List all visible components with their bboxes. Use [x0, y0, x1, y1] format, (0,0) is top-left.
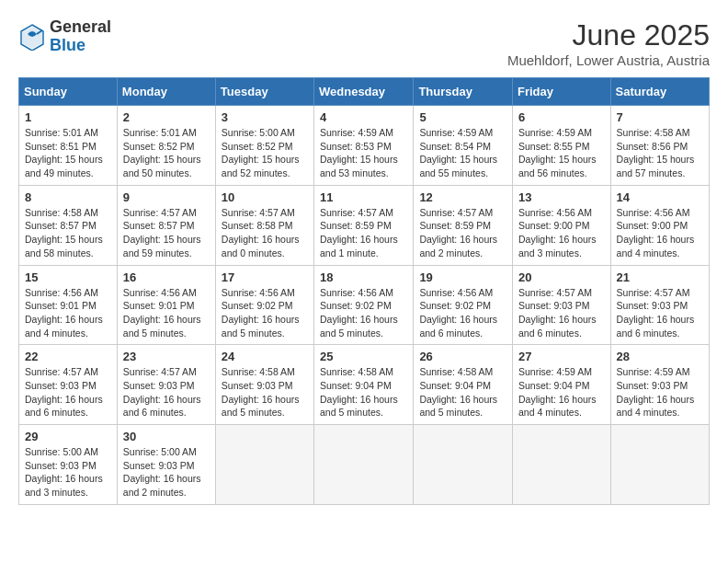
calendar-cell: 1Sunrise: 5:01 AM Sunset: 8:51 PM Daylig… [19, 106, 118, 186]
day-number: 5 [419, 110, 506, 124]
day-number: 2 [123, 110, 210, 124]
weekday-header-friday: Friday [512, 78, 610, 106]
day-number: 17 [222, 270, 308, 284]
day-number: 20 [518, 270, 605, 284]
calendar-cell: 15Sunrise: 4:56 AM Sunset: 9:01 PM Dayli… [19, 265, 118, 345]
svg-marker-0 [22, 27, 42, 49]
day-number: 25 [320, 350, 407, 363]
calendar-cell: 5Sunrise: 4:59 AM Sunset: 8:54 PM Daylig… [414, 106, 513, 186]
day-info: Sunrise: 5:01 AM Sunset: 8:52 PM Dayligh… [123, 126, 210, 180]
calendar-cell: 30Sunrise: 5:00 AM Sunset: 9:03 PM Dayli… [117, 425, 215, 505]
calendar-cell: 24Sunrise: 4:58 AM Sunset: 9:03 PM Dayli… [215, 345, 313, 425]
day-number: 4 [320, 110, 407, 124]
calendar-table: SundayMondayTuesdayWednesdayThursdayFrid… [18, 77, 710, 505]
week-row-3: 15Sunrise: 4:56 AM Sunset: 9:01 PM Dayli… [19, 265, 710, 345]
day-info: Sunrise: 4:56 AM Sunset: 9:00 PM Dayligh… [617, 206, 703, 260]
calendar-cell [512, 425, 610, 505]
day-info: Sunrise: 4:57 AM Sunset: 8:59 PM Dayligh… [419, 206, 506, 260]
day-info: Sunrise: 4:57 AM Sunset: 8:59 PM Dayligh… [320, 206, 407, 260]
day-info: Sunrise: 4:59 AM Sunset: 9:04 PM Dayligh… [518, 365, 605, 419]
location-subtitle: Muehldorf, Lower Austria, Austria [507, 52, 710, 68]
day-info: Sunrise: 4:57 AM Sunset: 9:03 PM Dayligh… [617, 286, 703, 340]
calendar-cell: 27Sunrise: 4:59 AM Sunset: 9:04 PM Dayli… [512, 345, 610, 425]
calendar-cell: 14Sunrise: 4:56 AM Sunset: 9:00 PM Dayli… [610, 185, 709, 265]
day-info: Sunrise: 4:59 AM Sunset: 9:03 PM Dayligh… [617, 365, 703, 419]
calendar-cell [215, 425, 313, 505]
calendar-cell: 18Sunrise: 4:56 AM Sunset: 9:02 PM Dayli… [314, 265, 414, 345]
weekday-header-tuesday: Tuesday [215, 78, 313, 106]
logo: General Blue [18, 18, 111, 55]
calendar-cell: 3Sunrise: 5:00 AM Sunset: 8:52 PM Daylig… [215, 106, 313, 186]
calendar-cell: 12Sunrise: 4:57 AM Sunset: 8:59 PM Dayli… [414, 185, 513, 265]
week-row-2: 8Sunrise: 4:58 AM Sunset: 8:57 PM Daylig… [19, 185, 710, 265]
day-info: Sunrise: 4:58 AM Sunset: 9:04 PM Dayligh… [419, 365, 506, 419]
weekday-header-row: SundayMondayTuesdayWednesdayThursdayFrid… [19, 78, 710, 106]
month-year-title: June 2025 [507, 18, 710, 52]
logo-icon [18, 23, 46, 51]
calendar-cell: 6Sunrise: 4:59 AM Sunset: 8:55 PM Daylig… [512, 106, 610, 186]
day-info: Sunrise: 4:58 AM Sunset: 9:04 PM Dayligh… [320, 365, 407, 419]
calendar-cell: 10Sunrise: 4:57 AM Sunset: 8:58 PM Dayli… [215, 185, 313, 265]
day-info: Sunrise: 4:56 AM Sunset: 9:02 PM Dayligh… [222, 286, 308, 340]
day-info: Sunrise: 4:57 AM Sunset: 9:03 PM Dayligh… [123, 365, 210, 419]
day-number: 13 [518, 190, 605, 204]
calendar-cell: 4Sunrise: 4:59 AM Sunset: 8:53 PM Daylig… [314, 106, 414, 186]
day-info: Sunrise: 4:56 AM Sunset: 9:02 PM Dayligh… [419, 286, 506, 340]
calendar-cell: 9Sunrise: 4:57 AM Sunset: 8:57 PM Daylig… [117, 185, 215, 265]
day-number: 3 [222, 110, 308, 124]
calendar-cell [610, 425, 709, 505]
day-number: 24 [222, 350, 308, 363]
day-info: Sunrise: 4:59 AM Sunset: 8:54 PM Dayligh… [419, 126, 506, 180]
day-info: Sunrise: 4:58 AM Sunset: 8:56 PM Dayligh… [617, 126, 703, 180]
day-number: 18 [320, 270, 407, 284]
day-number: 9 [123, 190, 210, 204]
calendar-cell: 22Sunrise: 4:57 AM Sunset: 9:03 PM Dayli… [19, 345, 118, 425]
weekday-header-monday: Monday [117, 78, 215, 106]
day-number: 26 [419, 350, 506, 363]
title-area: June 2025 Muehldorf, Lower Austria, Aust… [507, 18, 710, 68]
day-number: 30 [123, 430, 210, 443]
weekday-header-saturday: Saturday [610, 78, 709, 106]
day-info: Sunrise: 5:00 AM Sunset: 8:52 PM Dayligh… [222, 126, 308, 180]
day-info: Sunrise: 4:56 AM Sunset: 9:01 PM Dayligh… [123, 286, 210, 340]
day-number: 21 [617, 270, 703, 284]
day-number: 8 [25, 190, 111, 204]
page-header: General Blue June 2025 Muehldorf, Lower … [18, 18, 710, 68]
day-number: 29 [25, 430, 111, 443]
day-info: Sunrise: 4:59 AM Sunset: 8:53 PM Dayligh… [320, 126, 407, 180]
day-info: Sunrise: 4:57 AM Sunset: 8:58 PM Dayligh… [222, 206, 308, 260]
day-number: 22 [25, 350, 111, 363]
calendar-cell: 25Sunrise: 4:58 AM Sunset: 9:04 PM Dayli… [314, 345, 414, 425]
day-number: 1 [25, 110, 111, 124]
calendar-cell [314, 425, 414, 505]
day-info: Sunrise: 4:56 AM Sunset: 9:02 PM Dayligh… [320, 286, 407, 340]
week-row-1: 1Sunrise: 5:01 AM Sunset: 8:51 PM Daylig… [19, 106, 710, 186]
day-info: Sunrise: 4:56 AM Sunset: 9:01 PM Dayligh… [25, 286, 111, 340]
day-number: 15 [25, 270, 111, 284]
calendar-cell: 26Sunrise: 4:58 AM Sunset: 9:04 PM Dayli… [414, 345, 513, 425]
calendar-cell: 21Sunrise: 4:57 AM Sunset: 9:03 PM Dayli… [610, 265, 709, 345]
day-info: Sunrise: 4:59 AM Sunset: 8:55 PM Dayligh… [518, 126, 605, 180]
day-info: Sunrise: 4:58 AM Sunset: 9:03 PM Dayligh… [222, 365, 308, 419]
calendar-cell: 19Sunrise: 4:56 AM Sunset: 9:02 PM Dayli… [414, 265, 513, 345]
logo-text: General Blue [50, 18, 111, 55]
day-info: Sunrise: 4:58 AM Sunset: 8:57 PM Dayligh… [25, 206, 111, 260]
day-number: 6 [518, 110, 605, 124]
day-number: 7 [617, 110, 703, 124]
day-number: 23 [123, 350, 210, 363]
day-info: Sunrise: 4:57 AM Sunset: 8:57 PM Dayligh… [123, 206, 210, 260]
calendar-cell: 20Sunrise: 4:57 AM Sunset: 9:03 PM Dayli… [512, 265, 610, 345]
calendar-cell: 23Sunrise: 4:57 AM Sunset: 9:03 PM Dayli… [117, 345, 215, 425]
day-number: 10 [222, 190, 308, 204]
day-number: 11 [320, 190, 407, 204]
day-number: 16 [123, 270, 210, 284]
week-row-4: 22Sunrise: 4:57 AM Sunset: 9:03 PM Dayli… [19, 345, 710, 425]
day-info: Sunrise: 5:00 AM Sunset: 9:03 PM Dayligh… [123, 445, 210, 500]
day-info: Sunrise: 4:57 AM Sunset: 9:03 PM Dayligh… [518, 286, 605, 340]
calendar-cell: 7Sunrise: 4:58 AM Sunset: 8:56 PM Daylig… [610, 106, 709, 186]
day-number: 12 [419, 190, 506, 204]
day-number: 28 [617, 350, 703, 363]
calendar-cell: 11Sunrise: 4:57 AM Sunset: 8:59 PM Dayli… [314, 185, 414, 265]
calendar-cell [414, 425, 513, 505]
weekday-header-sunday: Sunday [19, 78, 118, 106]
